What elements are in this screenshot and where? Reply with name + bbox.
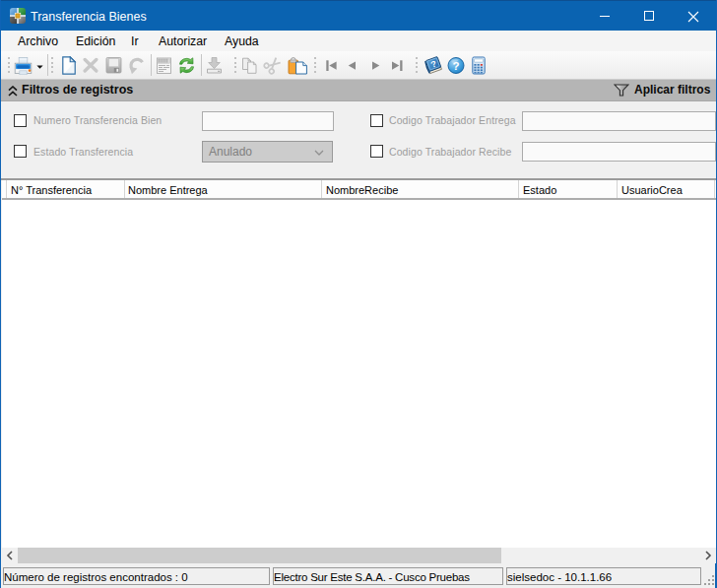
svg-text:?: ?: [452, 60, 459, 72]
